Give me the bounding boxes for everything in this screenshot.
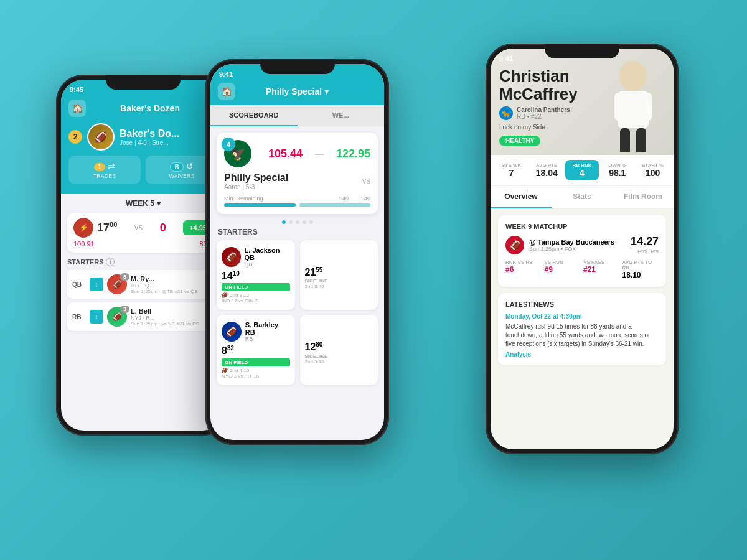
healthy-badge: HEALTHY	[499, 136, 540, 146]
starters-section-left: STARTERS i QB ↕ 🏈 6	[67, 258, 219, 331]
header-title-left: Baker's Dozen	[120, 103, 180, 113]
player-cards-row-2: 🏈 S. Barkley RB RB 832 ON FIELD 🏈2nd 4:1…	[217, 315, 378, 385]
matchup-stats-grid: RNK VS RB #6 VS RUN #9 VS PASS #21 AVG	[505, 259, 659, 279]
body-left: WEEK 5 ▾ ⚡ 1700	[61, 194, 225, 340]
team-row-right: 🐆 Carolina Panthers RB • #22	[499, 106, 599, 120]
stat-own-pct: OWN % 98.1	[600, 160, 634, 180]
player-game-rb: Sun 1:25pm · vs NE #21 vs RB	[131, 321, 199, 327]
tabs-right: Overview Stats Film Room	[491, 186, 674, 209]
team-avatar-left: 🏈	[87, 123, 115, 151]
player-team-rb: NYJ · R...	[131, 315, 199, 321]
progress-bar2	[299, 203, 371, 207]
player-name-big: Christian McCaffrey	[499, 67, 599, 103]
team-info-barkley: NYG 3 vs PIT 16	[222, 373, 290, 379]
tab-scoreboard[interactable]: SCOREBOARD	[210, 105, 298, 126]
player-score-barkley: 832	[222, 345, 290, 357]
opp-name: @ Tampa Bay Buccaneers	[529, 238, 631, 246]
news-date: Monday, Oct 22 at 4:30pm	[505, 313, 659, 320]
stats-row-right: BYE WK 7 AVG PTS 18.04 RB RNK 4 OWN % 98…	[491, 155, 674, 186]
svg-rect-2	[614, 93, 623, 121]
stat-avg-pts: AVG PTS 18.04	[530, 160, 564, 180]
game-info-barkley: 🏈2nd 4:10	[222, 368, 290, 373]
player-name-jackson: L. Jackson QB	[245, 246, 290, 261]
screen-left: 9:45 🏠 Baker's Dozen ▾ 2 🏈 Baker's Do...…	[61, 80, 225, 431]
notch-mid	[260, 59, 335, 74]
score2-mid: 122.95	[336, 147, 370, 161]
waivers-label: WAIVERS	[149, 173, 214, 179]
notch-right	[545, 44, 619, 58]
position-right: RB • #22	[517, 113, 570, 120]
proj-label: Proj. Pts	[631, 248, 659, 254]
dot-1[interactable]	[282, 220, 286, 224]
news-link[interactable]: Analysis	[505, 351, 659, 358]
player-section-mid-1: 🏈 L. Jackson QB QB 1410 ON FIELD 🏈2nd 8:…	[210, 240, 384, 390]
player-swap-qb[interactable]: ↕	[90, 278, 103, 291]
tab-stats[interactable]: Stats	[552, 186, 613, 208]
dropdown-icon-mid[interactable]: ▾	[324, 86, 329, 96]
player-pos-jackson: QB	[245, 261, 290, 268]
body-right: WEEK 9 MATCHUP 🏈 @ Tampa Bay Buccaneers …	[491, 209, 674, 378]
opp-logo: 🏈	[505, 236, 524, 254]
sideline-score-barkley: 1280	[305, 341, 374, 353]
vs-mid: VS	[362, 178, 370, 185]
tab-overview[interactable]: Overview	[491, 186, 552, 208]
opp-sub: Sun 1:25pm • FOX	[529, 246, 631, 252]
news-text: McCaffrey rushed 15 times for 86 yards a…	[505, 322, 659, 348]
score2-left: 0	[160, 222, 166, 235]
tab-weekly[interactable]: WE...	[298, 105, 385, 126]
vs-left: VS	[134, 225, 143, 231]
starters-header-left: STARTERS i	[67, 258, 219, 266]
tabs-mid: SCOREBOARD WE...	[210, 105, 384, 126]
header-left: 🏠 Baker's Dozen ▾ 2 🏈 Baker's Do... Jose…	[61, 80, 225, 194]
player-name-barkley: S. Barkley RB	[245, 321, 290, 336]
sideline-badge-barkley: SIDELINE	[305, 353, 374, 359]
matchup-card-left: ⚡ 1700 VS 0	[67, 213, 219, 253]
home-icon-left[interactable]: 🏠	[68, 100, 86, 117]
player-pos-qb: QB	[72, 281, 86, 288]
proj-pts: 14.27 Proj. Pts	[631, 235, 659, 254]
home-icon-mid[interactable]: 🏠	[218, 83, 235, 100]
phone-mid: 9:41 🏠 Philly Special ▾ SCOREBOARD WE...	[205, 59, 389, 445]
team-sub-left: Jose | 4-0 | Stre...	[120, 139, 218, 146]
rank-badge-left: 2	[68, 130, 82, 144]
trades-label: TRADES	[72, 173, 137, 179]
player-name-rb: L. Bell	[131, 307, 199, 315]
proj1-left: 100.91	[73, 240, 95, 248]
stat-bye-wk: BYE WK 7	[494, 160, 529, 180]
matchup-row: 🏈 @ Tampa Bay Buccaneers Sun 1:25pm • FO…	[505, 235, 659, 254]
on-field-badge-barkley: ON FIELD	[222, 358, 290, 366]
trades-btn[interactable]: 1⇄ TRADES	[68, 156, 141, 184]
grid-stat-vs-run: VS RUN #9	[545, 259, 581, 279]
hero-section: Christian McCaffrey 🐆 Carolina Panthers …	[491, 49, 674, 155]
dot-5[interactable]	[309, 220, 313, 224]
tab-film-room[interactable]: Film Room	[613, 186, 674, 208]
dot-3[interactable]	[296, 220, 299, 224]
week-selector[interactable]: WEEK 5 ▾	[67, 199, 219, 208]
stat-start-pct: START % 100	[636, 160, 670, 180]
grid-stat-vs-pass: VS PASS #21	[583, 259, 620, 279]
player-swap-rb[interactable]: ↕	[90, 310, 103, 324]
player-row-qb: QB ↕ 🏈 6 M. Ry... ATL · Q... Sun 1:25	[67, 270, 219, 299]
team-info-right: Carolina Panthers	[517, 106, 570, 113]
phone-right: 9:41 Christian McCaffrey 🐆 Carolina Pant…	[486, 44, 679, 454]
sideline-spacer-2	[305, 321, 374, 341]
player-avatar-rb: 🏈 3	[107, 307, 127, 327]
score1-left: 1700	[97, 221, 117, 235]
svg-rect-3	[643, 93, 652, 121]
player-row-rb: RB ↕ 🏈 3 L. Bell NYJ · R... Sun 1:25p	[67, 302, 219, 331]
sideline-badge-jackson: SIDELINE	[305, 278, 374, 284]
dot-2[interactable]	[289, 220, 293, 224]
svg-rect-4	[620, 128, 630, 152]
screen-mid: 9:41 🏠 Philly Special ▾ SCOREBOARD WE...	[210, 64, 384, 440]
sideline-score-jackson: 2155	[305, 266, 374, 278]
header-title-mid: Philly Special ▾	[266, 86, 329, 96]
player-silhouette	[593, 58, 674, 152]
notch-left	[106, 75, 181, 90]
stat-rb-rnk: RB RNK 4	[565, 160, 599, 180]
starters-header-mid: STARTERS	[210, 228, 384, 236]
player-num-qb: 6	[120, 273, 129, 281]
progress-bar1	[224, 203, 296, 207]
dot-4[interactable]	[303, 220, 306, 224]
player-pos-rb: RB	[72, 314, 86, 320]
waivers-badge: B	[170, 162, 183, 172]
